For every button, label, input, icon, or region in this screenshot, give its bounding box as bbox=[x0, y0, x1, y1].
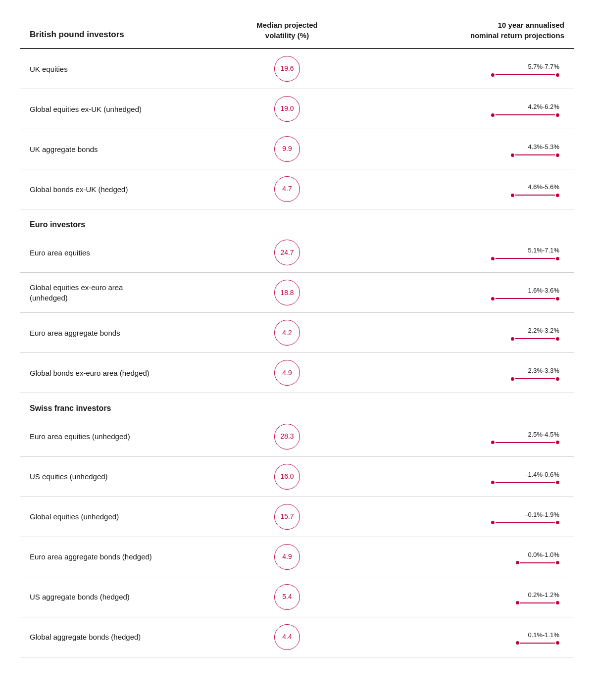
range-dot-left bbox=[511, 337, 514, 341]
volatility-circle: 4.9 bbox=[274, 360, 300, 386]
range-line bbox=[515, 195, 555, 196]
range-bar bbox=[491, 521, 559, 525]
asset-name-cell: Global aggregate bonds (hedged) bbox=[20, 617, 238, 657]
table-row: US aggregate bonds (hedged) 5.4 0.2%-1.2… bbox=[20, 577, 574, 617]
table-header-row: British pound investors Median projected… bbox=[20, 15, 574, 49]
range-bar bbox=[511, 337, 559, 341]
range-bar bbox=[511, 153, 559, 157]
range-container: 2.3%-3.3% bbox=[511, 366, 559, 381]
volatility-cell: 4.7 bbox=[238, 169, 337, 209]
range-dot-left bbox=[491, 521, 495, 524]
asset-name-cell: UK aggregate bonds bbox=[20, 129, 238, 169]
returns-cell: 5.7%-7.7% bbox=[337, 49, 574, 89]
range-dot-right bbox=[556, 257, 559, 260]
range-bar bbox=[511, 193, 559, 197]
returns-cell: 2.2%-3.2% bbox=[337, 313, 574, 353]
volatility-circle: 19.0 bbox=[274, 96, 300, 122]
range-label: 1.6%-3.6% bbox=[528, 286, 559, 295]
volatility-cell: 18.8 bbox=[238, 273, 337, 313]
range-bar bbox=[491, 256, 559, 260]
range-dot-left bbox=[491, 257, 495, 260]
section-header-row: Euro investors bbox=[20, 209, 574, 233]
range-dot-right bbox=[556, 194, 559, 197]
asset-name-cell: Euro area aggregate bonds (hedged) bbox=[20, 537, 238, 577]
asset-name-cell: UK equities bbox=[20, 49, 238, 89]
returns-cell: 0.0%-1.0% bbox=[337, 537, 574, 577]
range-bar bbox=[491, 481, 559, 485]
range-dot-left bbox=[516, 641, 519, 645]
volatility-cell: 4.9 bbox=[238, 353, 337, 393]
range-bar bbox=[516, 641, 559, 645]
volatility-circle: 4.7 bbox=[274, 176, 300, 202]
volatility-circle: 4.4 bbox=[274, 624, 300, 650]
asset-name-cell: US equities (unhedged) bbox=[20, 456, 238, 497]
range-dot-left bbox=[491, 297, 495, 300]
range-dot-right bbox=[556, 441, 559, 444]
returns-cell: 4.6%-5.6% bbox=[337, 169, 574, 209]
range-line bbox=[495, 442, 555, 443]
volatility-circle: 4.2 bbox=[274, 320, 300, 346]
range-label: 2.2%-3.2% bbox=[528, 326, 559, 335]
volatility-cell: 15.7 bbox=[238, 497, 337, 537]
returns-cell: 0.2%-1.2% bbox=[337, 577, 574, 617]
page-container: British pound investors Median projected… bbox=[0, 0, 594, 672]
table-row: Euro area aggregate bonds 4.2 2.2%-3.2% bbox=[20, 313, 574, 353]
volatility-circle: 19.6 bbox=[274, 56, 300, 82]
table-row: Global equities ex-UK (unhedged) 19.0 4.… bbox=[20, 89, 574, 129]
returns-cell: 5.1%-7.1% bbox=[337, 233, 574, 273]
table-row: Euro area equities (unhedged) 28.3 2.5%-… bbox=[20, 417, 574, 457]
asset-name-cell: Global equities ex-euro area(unhedged) bbox=[20, 273, 238, 313]
range-line bbox=[520, 602, 555, 603]
range-bar bbox=[516, 561, 559, 565]
range-line bbox=[495, 74, 555, 75]
range-label: 5.1%-7.1% bbox=[528, 246, 559, 255]
range-bar bbox=[511, 377, 559, 381]
range-container: 5.7%-7.7% bbox=[491, 62, 559, 77]
range-dot-left bbox=[516, 561, 519, 564]
col-header-returns: 10 year annualised nominal return projec… bbox=[337, 15, 574, 49]
volatility-cell: 24.7 bbox=[238, 233, 337, 273]
range-line bbox=[520, 562, 555, 563]
range-dot-right bbox=[556, 481, 559, 484]
table-row: Euro area aggregate bonds (hedged) 4.9 0… bbox=[20, 537, 574, 577]
range-dot-left bbox=[491, 73, 495, 77]
range-dot-right bbox=[556, 377, 559, 381]
volatility-cell: 5.4 bbox=[238, 577, 337, 617]
section-label: Swiss franc investors bbox=[20, 393, 574, 417]
volatility-cell: 16.0 bbox=[238, 456, 337, 497]
range-line bbox=[520, 643, 555, 644]
returns-cell: 4.2%-6.2% bbox=[337, 89, 574, 129]
volatility-circle: 15.7 bbox=[274, 504, 300, 530]
range-label: -1.4%-0.6% bbox=[526, 470, 559, 479]
range-dot-left bbox=[511, 153, 514, 157]
range-dot-left bbox=[511, 377, 514, 381]
volatility-cell: 4.4 bbox=[238, 617, 337, 657]
asset-name-cell: Euro area equities (unhedged) bbox=[20, 417, 238, 457]
volatility-circle: 24.7 bbox=[274, 240, 300, 265]
range-label: 4.3%-5.3% bbox=[528, 143, 559, 151]
range-line bbox=[495, 114, 555, 115]
range-line bbox=[495, 258, 555, 259]
table-row: UK aggregate bonds 9.9 4.3%-5.3% bbox=[20, 129, 574, 169]
range-container: -0.1%-1.9% bbox=[491, 510, 559, 525]
range-container: 1.6%-3.6% bbox=[491, 286, 559, 300]
table-row: Global equities (unhedged) 15.7 -0.1%-1.… bbox=[20, 497, 574, 537]
table-row: Global equities ex-euro area(unhedged) 1… bbox=[20, 273, 574, 313]
returns-cell: 2.5%-4.5% bbox=[337, 417, 574, 457]
asset-name-cell: Euro area aggregate bonds bbox=[20, 313, 238, 353]
range-line bbox=[495, 522, 555, 523]
range-dot-right bbox=[556, 153, 559, 157]
table-row: Euro area equities 24.7 5.1%-7.1% bbox=[20, 233, 574, 273]
volatility-cell: 28.3 bbox=[238, 417, 337, 457]
range-label: 2.5%-4.5% bbox=[528, 430, 559, 439]
range-dot-right bbox=[556, 337, 559, 341]
range-label: 4.2%-6.2% bbox=[528, 102, 559, 111]
section-label: Euro investors bbox=[20, 209, 574, 233]
table-row: Global aggregate bonds (hedged) 4.4 0.1%… bbox=[20, 617, 574, 657]
range-container: 0.2%-1.2% bbox=[516, 591, 559, 605]
section-header-row: Swiss franc investors bbox=[20, 393, 574, 417]
range-label: 0.0%-1.0% bbox=[528, 550, 559, 559]
asset-name-cell: Global bonds ex-euro area (hedged) bbox=[20, 353, 238, 393]
volatility-circle: 16.0 bbox=[274, 464, 300, 490]
asset-name-cell: Euro area equities bbox=[20, 233, 238, 273]
